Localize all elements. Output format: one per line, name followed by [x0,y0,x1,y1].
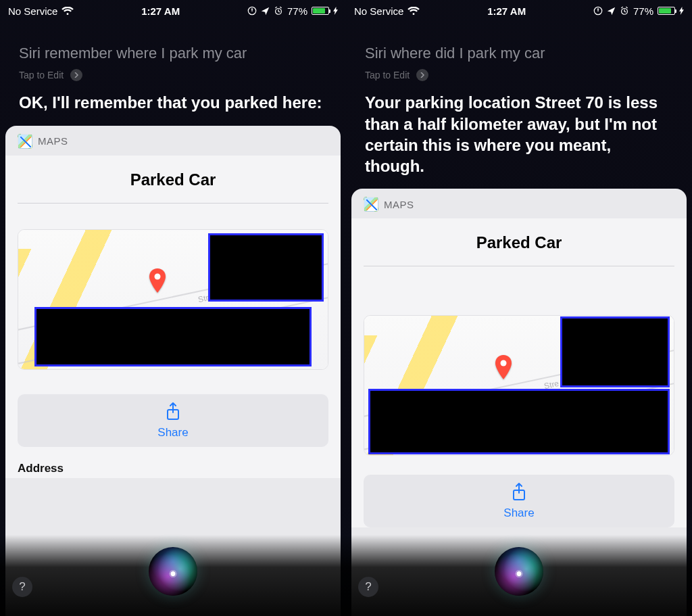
svg-point-2 [155,274,161,280]
carrier-label: No Service [354,5,403,17]
siri-orb-icon[interactable] [495,547,543,596]
charging-bolt-icon [333,5,338,17]
clock-label: 1:27 AM [487,5,526,17]
redacted-region [36,309,309,364]
tap-to-edit-label: Tap to Edit [19,70,64,80]
card-title: Parked Car [364,218,674,266]
location-arrow-icon [261,7,270,16]
parked-car-pin-icon [494,355,513,379]
charging-bolt-icon [679,5,684,17]
carrier-label: No Service [8,5,57,17]
tap-to-edit-button[interactable]: Tap to Edit [19,69,327,81]
maps-app-label: MAPS [38,135,68,147]
phone-screenshot-right: No Service 1:27 AM 77% Sir [346,0,692,616]
help-button[interactable]: ? [12,577,32,597]
siri-orb-icon[interactable] [149,547,197,596]
maps-card-header: MAPS [5,126,341,156]
siri-query-text: Siri remember where I park my car [19,45,327,62]
map-thumbnail[interactable]: Stre Parked Car [18,229,328,370]
chevron-right-icon [70,69,82,81]
wifi-icon [407,7,420,16]
siri-query-block: Siri remember where I park my car Tap to… [0,19,346,81]
divider [364,266,674,266]
siri-response-text: OK, I'll remember that you parked here: [0,81,346,120]
siri-query-block: Siri where did I park my car Tap to Edit [346,19,692,81]
siri-response-text: Your parking location Street 70 is less … [346,81,692,183]
location-arrow-icon [607,7,616,16]
help-button[interactable]: ? [358,577,378,597]
phone-screenshot-left: No Service 1:27 AM 77% Sir [0,0,346,616]
share-label: Share [503,506,534,520]
parked-car-pin-icon [148,268,167,293]
redacted-region [210,235,322,300]
tap-to-edit-button[interactable]: Tap to Edit [365,69,673,81]
wifi-icon [61,7,74,16]
maps-result-card: MAPS Parked Car Stre Parked Car Shar [5,126,341,616]
share-icon [165,402,181,423]
rotation-lock-icon [593,6,603,16]
share-icon [511,482,527,504]
address-heading: Address [18,462,328,478]
battery-percent-label: 77% [287,5,307,17]
chevron-right-icon [416,69,428,81]
share-label: Share [157,426,188,440]
redacted-region [562,318,668,385]
map-thumbnail[interactable]: Stre Parked Car [364,315,674,456]
alarm-clock-icon [274,6,283,16]
battery-icon [312,7,329,15]
status-bar: No Service 1:27 AM 77% [0,0,346,19]
card-title: Parked Car [18,156,328,203]
status-bar: No Service 1:27 AM 77% [346,0,692,19]
redacted-region [370,391,668,452]
maps-card-header: MAPS [351,189,687,218]
share-button[interactable]: Share [364,475,674,527]
tap-to-edit-label: Tap to Edit [365,70,410,80]
maps-app-icon [18,134,32,149]
maps-app-icon [364,197,378,212]
share-button[interactable]: Share [18,394,328,447]
svg-point-6 [501,360,507,366]
siri-query-text: Siri where did I park my car [365,45,673,62]
clock-label: 1:27 AM [141,5,180,17]
divider [18,203,328,204]
alarm-clock-icon [620,6,629,16]
battery-icon [658,7,675,15]
battery-percent-label: 77% [633,5,653,17]
maps-app-label: MAPS [384,199,414,210]
rotation-lock-icon [247,6,257,16]
